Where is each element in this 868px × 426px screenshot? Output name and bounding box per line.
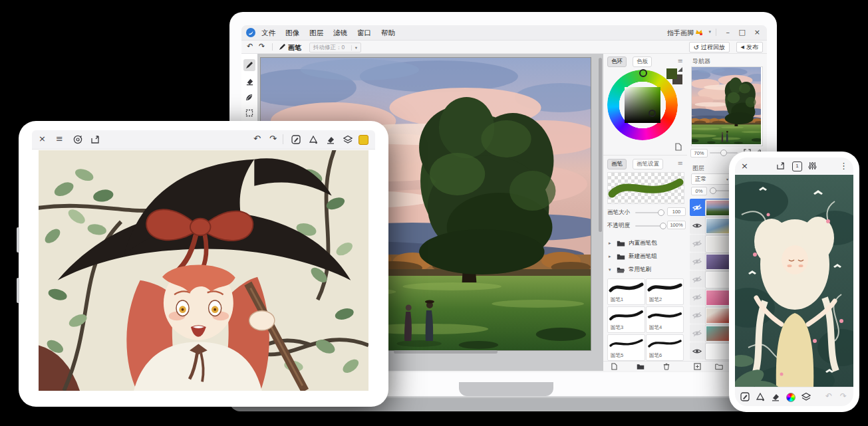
tablet-canvas[interactable] [39,150,368,391]
eye-off-icon[interactable] [691,310,703,320]
account-name[interactable]: 指手画脚 [667,29,694,38]
brush-opacity-knob[interactable] [660,223,666,229]
current-color-swatch[interactable] [359,135,368,145]
layer-folder-icon[interactable] [715,363,723,370]
sv-selector[interactable] [649,110,656,117]
publish-button[interactable]: ◀ 发布 [736,42,763,53]
layer-row-background[interactable] [690,342,731,360]
menu-icon[interactable]: ≡ [56,134,63,144]
foreground-color-swatch[interactable] [666,68,677,79]
menu-layer[interactable]: 图层 [309,29,323,38]
brush-item[interactable]: 圆笔6 [646,334,684,361]
brush-size-slider[interactable] [635,212,663,213]
close-icon[interactable]: × [741,161,748,171]
eraser-tool-icon[interactable] [326,135,335,144]
minimize-button[interactable]: – [726,28,730,37]
layer-thumbnail[interactable] [706,290,731,306]
smudge-tool-button[interactable] [243,91,255,103]
layer-row-sketch[interactable] [690,235,731,252]
playback-icon[interactable] [73,135,82,144]
eye-icon[interactable] [691,202,703,213]
add-layer-icon[interactable] [694,363,701,370]
eraser-tool-button[interactable] [243,75,255,87]
brush-group-new[interactable]: ▸ 新建画笔组 [603,251,692,263]
layers-icon[interactable] [343,135,353,144]
export-icon[interactable] [90,135,100,144]
navigator-zoom-value[interactable]: 70% [690,149,708,158]
tab-brush[interactable]: 画笔 [607,159,627,169]
menu-filter[interactable]: 滤镜 [333,29,347,38]
menu-file[interactable]: 文件 [261,29,275,38]
layer-row-mountain[interactable] [690,217,731,234]
shape-tool-icon[interactable] [756,392,765,401]
brush-panel-menu-icon[interactable]: ≡ [678,160,683,167]
select-tool-button[interactable] [243,107,255,119]
brush-item[interactable]: 圆笔5 [607,334,645,361]
account-chevron-icon[interactable]: ▾ [708,29,711,35]
close-button[interactable]: × [754,28,760,37]
layers-icon[interactable] [801,392,811,401]
menu-help[interactable]: 帮助 [381,29,395,38]
navigator-zoom-slider[interactable] [710,152,738,154]
copy-color-icon[interactable] [675,143,682,151]
tab-color-swatches[interactable]: 色板 [633,56,652,67]
menu-image[interactable]: 图像 [285,29,299,38]
layer-row-pink[interactable] [690,288,731,306]
adjustments-icon[interactable] [808,161,817,170]
eye-off-icon[interactable] [691,238,703,249]
layer-thumbnail[interactable] [706,308,731,324]
eye-off-icon[interactable] [691,292,703,302]
navigator-zoom-knob[interactable] [720,150,727,156]
layer-thumbnail[interactable] [706,272,731,288]
layer-row-landscape[interactable] [690,199,731,216]
stabilize-chevron-icon[interactable]: ▾ [351,45,361,51]
export-icon[interactable] [776,161,785,170]
layer-thumbnail[interactable] [706,254,731,270]
brush-opacity-value[interactable]: 100% [667,221,686,229]
brush-item[interactable]: 圆笔3 [607,306,645,333]
brush-group-common[interactable]: ▾ 常用笔刷 [603,264,692,276]
brush-opacity-slider[interactable] [635,225,663,227]
redo-icon[interactable]: ↷ [259,42,265,51]
eye-icon[interactable] [691,346,703,356]
eye-off-icon[interactable] [691,328,703,338]
redo-icon[interactable]: ↷ [269,134,277,144]
layer-row-sketch2[interactable] [690,270,731,288]
navigator-thumbnail[interactable] [691,66,763,146]
shape-tool-icon[interactable] [309,135,318,144]
layer-row-portrait[interactable] [690,253,731,270]
layer-thumbnail[interactable] [706,200,731,216]
new-brush-icon[interactable] [611,363,617,370]
brush-tool-icon[interactable] [291,135,301,144]
tab-brush-settings[interactable]: 画笔设置 [633,159,663,169]
close-icon[interactable]: × [39,134,46,144]
layer-thumbnail[interactable] [706,326,731,342]
brush-size-knob[interactable] [658,209,664,216]
phone-canvas[interactable] [735,175,853,387]
undo-icon[interactable]: ↶ [247,42,253,51]
layer-opacity-value[interactable]: 0% [691,187,707,195]
undo-icon[interactable]: ↶ [253,134,261,144]
layer-row-teal[interactable] [690,324,731,342]
menu-window[interactable]: 窗口 [357,29,371,38]
layers-count-icon[interactable]: 1 [792,161,802,171]
layer-thumbnail[interactable] [706,344,731,360]
horizontal-scrollbar[interactable] [394,350,498,354]
undo-icon[interactable]: ↶ [825,391,832,401]
vertical-scrollbar[interactable] [599,58,602,232]
layer-opacity-knob[interactable] [710,187,716,194]
saturation-square[interactable] [625,87,660,123]
color-panel-menu-icon[interactable]: ≡ [678,57,683,64]
brush-item[interactable]: 圆笔2 [646,278,684,305]
layer-thumbnail[interactable] [706,236,731,252]
brush-tool-button[interactable] [243,59,255,71]
brush-item[interactable]: 圆笔4 [646,306,684,333]
eye-off-icon[interactable] [691,274,703,284]
brush-tool-icon[interactable] [740,392,750,401]
maximize-button[interactable]: □ [739,28,746,37]
brush-group-builtin[interactable]: ▸ 内置画笔包 [603,237,692,249]
eye-off-icon[interactable] [691,256,703,266]
stabilize-dropdown[interactable]: 抖动修正：0 ▾ [309,43,361,53]
brush-size-value[interactable]: 100 [667,207,686,216]
tab-color-wheel[interactable]: 色环 [607,56,627,67]
